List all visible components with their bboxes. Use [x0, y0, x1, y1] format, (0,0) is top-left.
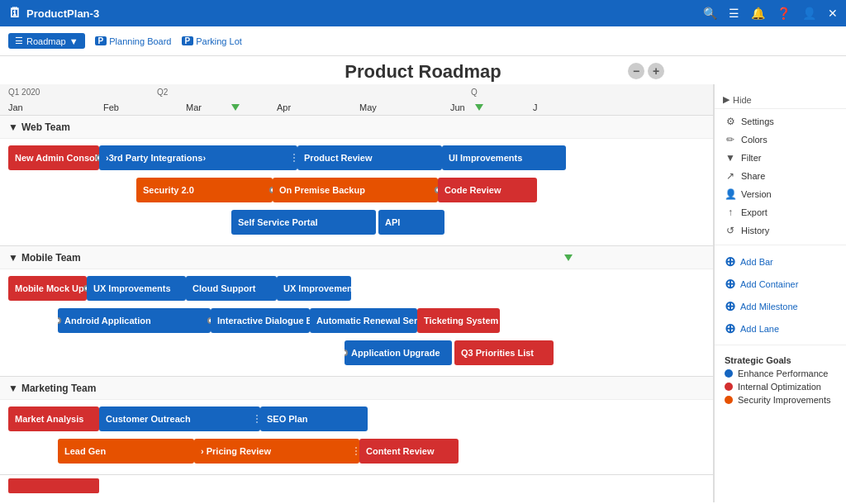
- auto-renewal-bar[interactable]: Automatic Renewal Service: [310, 308, 417, 333]
- app-title: ProductPlan-3: [26, 7, 99, 20]
- marketing-team-chevron: ▼: [8, 383, 18, 394]
- mobile-team-rows: Mobile Mock Up UX Improvements Cloud Sup…: [0, 269, 713, 376]
- marketing-team-rows: Market Analysis Customer Outreach SEO Pl…: [0, 400, 713, 474]
- marker-jun: [475, 104, 483, 111]
- add-milestone-item[interactable]: ⊕ Add Milestone: [715, 295, 846, 317]
- on-premise-backup-bar[interactable]: On Premise Backup: [273, 178, 438, 202]
- menu-icon[interactable]: ☰: [729, 7, 739, 20]
- chevron-right-icon: ▶: [723, 94, 730, 105]
- share-item[interactable]: ↗ Share: [715, 167, 846, 185]
- main-area: Q1 2020 Q2 Q Jan Feb Mar Apr May Jun J: [0, 84, 846, 502]
- colors-item[interactable]: ✏ Colors: [715, 131, 846, 149]
- marker-mar: [231, 104, 240, 111]
- month-jan: Jan: [8, 102, 103, 112]
- web-team-header[interactable]: ▼ Web Team: [0, 116, 713, 139]
- code-review-bar[interactable]: Code Review: [438, 178, 537, 202]
- month-mar: Mar: [186, 102, 277, 112]
- export-item[interactable]: ↑ Export: [715, 203, 846, 221]
- add-bar-item[interactable]: ⊕ Add Bar: [715, 250, 846, 273]
- zoom-out-button[interactable]: −: [628, 63, 644, 79]
- mobile-row-3: Application Upgrade Q3 Priorities List: [8, 339, 713, 367]
- web-team-section: ▼ Web Team New Admin Console › 3rd Party…: [0, 116, 713, 246]
- version-item[interactable]: 👤 Version: [715, 185, 846, 203]
- roadmap-icon: ☰: [15, 36, 23, 46]
- sidebar: ▶ Hide ⚙ Settings ✏ Colors ▼ Filter ↗ Sh…: [714, 84, 846, 502]
- content-review-bar[interactable]: Content Review: [359, 439, 459, 464]
- bar-grip: [293, 154, 295, 162]
- seo-plan-bar[interactable]: SEO Plan: [260, 407, 368, 431]
- add-container-icon: ⊕: [725, 276, 735, 292]
- month-apr: Apr: [277, 102, 359, 112]
- help-icon[interactable]: ❓: [777, 7, 791, 20]
- add-lane-item[interactable]: ⊕ Add Lane: [715, 317, 846, 340]
- marketing-row-1: Market Analysis Customer Outreach SEO Pl…: [8, 405, 713, 433]
- mobile-team-section: ▼ Mobile Team Mobile Mock Up UX Improvem…: [0, 246, 713, 377]
- android-app-bar[interactable]: Android Application: [58, 308, 211, 333]
- roadmap-label: Roadmap: [26, 36, 66, 46]
- legend-security: Security Improvements: [715, 393, 846, 407]
- marketing-row-2: Lead Gen › Pricing Review Content Review: [8, 437, 713, 465]
- bottom-bar-area: [0, 475, 713, 497]
- app-upgrade-bar[interactable]: Application Upgrade: [345, 340, 452, 365]
- self-service-label: Self Service Portal: [238, 217, 318, 227]
- q1-label: Q1 2020: [8, 88, 157, 97]
- legend-internal-label: Internal Optimization: [738, 382, 821, 392]
- share-label: Share: [741, 171, 765, 181]
- security2-label: Security 2.0: [143, 185, 194, 195]
- interactive-dialogue-bar[interactable]: Interactive Dialogue Box: [211, 308, 310, 333]
- roadmap-chevron: ▼: [69, 36, 78, 46]
- export-label: Export: [741, 207, 768, 217]
- add-container-item[interactable]: ⊕ Add Container: [715, 273, 846, 295]
- legend-enhance: Enhance Performance: [715, 367, 846, 380]
- user-icon[interactable]: 👤: [802, 7, 816, 20]
- pricing-review-bar[interactable]: › Pricing Review: [194, 439, 359, 464]
- filter-item[interactable]: ▼ Filter: [715, 149, 846, 167]
- product-review-bar[interactable]: Product Review: [297, 145, 442, 170]
- filter-label: Filter: [741, 153, 761, 163]
- planning-board-icon: P: [95, 36, 107, 45]
- colors-label: Colors: [741, 135, 768, 145]
- mobile-marker: [564, 254, 573, 261]
- ui-improvements-bar[interactable]: UI Improvements: [442, 145, 566, 170]
- zoom-in-button[interactable]: +: [648, 63, 664, 79]
- sidebar-divider-1: [715, 245, 846, 245]
- timeline-header: Q1 2020 Q2 Q Jan Feb Mar Apr May Jun J: [0, 84, 713, 116]
- roadmap-button[interactable]: ☰ Roadmap ▼: [8, 33, 85, 49]
- version-label: Version: [741, 189, 772, 199]
- version-icon: 👤: [725, 188, 736, 200]
- market-analysis-bar[interactable]: Market Analysis: [8, 407, 99, 431]
- settings-label: Settings: [741, 116, 774, 126]
- planning-board-link[interactable]: P Planning Board: [95, 36, 172, 46]
- security-2-bar[interactable]: Security 2.0: [136, 178, 273, 202]
- q3-priorities-bar[interactable]: Q3 Priorities List: [454, 340, 554, 365]
- search-icon[interactable]: 🔍: [703, 7, 717, 20]
- zoom-controls: − +: [628, 63, 664, 79]
- lead-gen-bar[interactable]: Lead Gen: [58, 439, 194, 464]
- bottom-partial-bar[interactable]: [8, 478, 99, 493]
- settings-item[interactable]: ⚙ Settings: [715, 112, 846, 131]
- app-title-area: 🗓 ProductPlan-3: [8, 6, 99, 21]
- self-service-portal-bar[interactable]: Self Service Portal: [231, 210, 376, 235]
- mobile-team-chevron: ▼: [8, 252, 18, 264]
- bell-icon[interactable]: 🔔: [751, 7, 765, 20]
- new-admin-console-bar[interactable]: New Admin Console: [8, 145, 99, 170]
- sub-nav: ☰ Roadmap ▼ P Planning Board P Parking L…: [0, 26, 846, 56]
- cloud-support-bar[interactable]: Cloud Support: [186, 276, 277, 301]
- mobile-mock-up-bar[interactable]: Mobile Mock Up: [8, 276, 87, 301]
- customer-outreach-bar[interactable]: Customer Outreach: [99, 407, 260, 431]
- ticketing-system-bar[interactable]: Ticketing System: [417, 308, 500, 333]
- close-icon[interactable]: ✕: [828, 7, 838, 20]
- ux-improvements-bar[interactable]: UX Improvements: [87, 276, 186, 301]
- hide-button[interactable]: ▶ Hide: [715, 91, 846, 109]
- marketing-team-header[interactable]: ▼ Marketing Team: [0, 377, 713, 400]
- history-item[interactable]: ↺ History: [715, 221, 846, 240]
- parking-lot-link[interactable]: P Parking Lot: [182, 36, 242, 46]
- mobile-team-label: Mobile Team: [21, 252, 81, 264]
- web-team-label: Web Team: [21, 121, 70, 133]
- sidebar-divider-2: [715, 345, 846, 345]
- api-bar[interactable]: API: [378, 210, 444, 235]
- 3rd-party-integrations-bar[interactable]: › 3rd Party Integrations ›: [99, 145, 297, 170]
- parking-lot-label: Parking Lot: [196, 36, 242, 46]
- mobile-team-header[interactable]: ▼ Mobile Team: [0, 246, 713, 269]
- ux-improvements-2-bar[interactable]: UX Improvements: [277, 276, 351, 301]
